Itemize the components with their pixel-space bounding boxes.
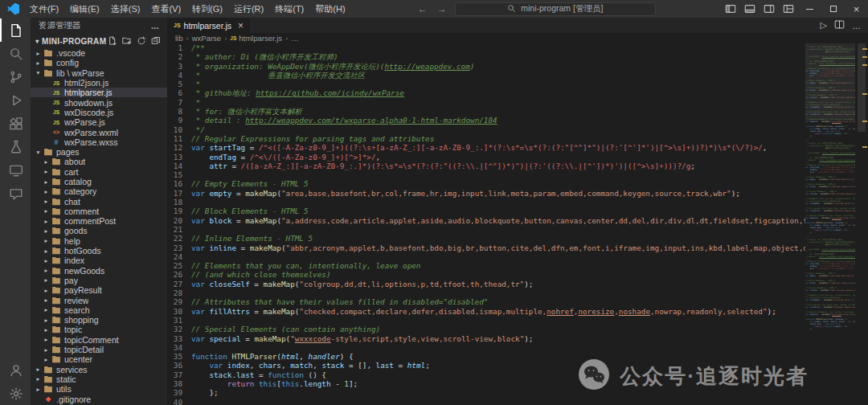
line-number[interactable]: 6 <box>167 88 191 97</box>
chevron-right-icon[interactable]: ▸ <box>42 336 51 343</box>
code-line[interactable]: 13 endTag = /^<\/([-A-Za-z0-9_]+)[^>]*>/… <box>167 153 805 162</box>
menu-e[interactable]: 编辑(E) <box>64 0 105 18</box>
tree-item-comment[interactable]: ▸comment <box>31 207 167 216</box>
activity-search-icon[interactable] <box>0 42 31 65</box>
line-number[interactable]: 2 <box>167 52 191 61</box>
code-line[interactable]: 9 * detail : http://weappdev.com/t/wxpar… <box>167 116 805 125</box>
line-number[interactable]: 13 <box>167 153 191 162</box>
tree-item-help[interactable]: ▸help <box>31 236 167 246</box>
tree-item-wxdiscode-js[interactable]: JSwxDiscode.js <box>31 108 167 117</box>
tree-item-wxparse-js[interactable]: JSwxParse.js <box>31 117 167 127</box>
new-file-icon[interactable] <box>108 36 117 46</box>
code-line[interactable]: 4 * 垂直微信小程序开发交流社区 <box>167 71 805 80</box>
chevron-right-icon[interactable]: ▸ <box>42 267 51 274</box>
code-line[interactable]: 8 * for: 微信小程序富文本解析 <box>167 107 805 116</box>
tree-item-wxparse-wxss[interactable]: #wxParse.wxss <box>31 137 167 147</box>
line-number[interactable]: 8 <box>167 107 191 116</box>
tree-item-ucenter[interactable]: ▸ucenter <box>31 354 167 364</box>
refresh-icon[interactable] <box>137 36 146 46</box>
tree-item-config[interactable]: ▸config <box>31 58 167 68</box>
line-number[interactable]: 11 <box>167 134 191 143</box>
tree-item-newgoods[interactable]: ▸newGoods <box>31 266 167 276</box>
run-icon[interactable]: ▷ <box>821 20 827 31</box>
chevron-right-icon[interactable]: ▸ <box>42 257 51 264</box>
close-tab-icon[interactable]: × <box>238 20 244 31</box>
line-number[interactable]: 26 <box>167 270 191 279</box>
activity-source-control-icon[interactable] <box>0 65 31 88</box>
chevron-right-icon[interactable]: ▸ <box>42 356 51 363</box>
chevron-right-icon[interactable]: ▸ <box>42 168 51 175</box>
code-line[interactable]: 27var closeSelf = makeMap("colgroup,dd,d… <box>167 280 805 288</box>
tab-htmlparser[interactable]: JS htmlparser.js × <box>167 18 250 33</box>
line-number[interactable]: 7 <box>167 98 191 107</box>
line-number[interactable]: 12 <box>167 143 191 152</box>
code-line[interactable]: 10 */ <box>167 125 805 134</box>
line-number[interactable]: 5 <box>167 80 191 88</box>
chevron-right-icon[interactable]: ▸ <box>42 297 51 304</box>
tree-item-html2json-js[interactable]: JShtml2json.js <box>31 78 167 88</box>
activity-testing-icon[interactable] <box>0 135 31 158</box>
chevron-right-icon[interactable]: ▸ <box>42 276 51 284</box>
close-button[interactable]: × <box>845 0 868 18</box>
code-line[interactable]: 26// (and which close themselves) <box>167 270 805 279</box>
code-line[interactable]: 29// Attributes that have their values f… <box>167 297 805 306</box>
menu-t[interactable]: 终端(T) <box>269 0 309 18</box>
code-line[interactable]: 23var inline = makeMap("abbr,acronym,app… <box>167 243 805 252</box>
toggle-primary-sidebar-icon[interactable] <box>721 0 740 18</box>
line-number[interactable]: 1 <box>167 43 191 52</box>
code-line[interactable]: 25// Elements that you can, intentionall… <box>167 261 805 270</box>
line-number[interactable]: 36 <box>167 361 191 370</box>
code-line[interactable]: 14 attr = /([a-zA-Z_:][-a-zA-Z0-9_:.]*)(… <box>167 162 805 170</box>
code-line[interactable]: 19// Block Elements - HTML 5 <box>167 207 805 215</box>
split-editor-icon[interactable] <box>834 19 845 31</box>
code-line[interactable]: 20var block = makeMap("a,address,code,ar… <box>167 216 805 225</box>
line-number[interactable]: 32 <box>167 325 191 333</box>
line-number[interactable]: 29 <box>167 297 191 306</box>
chevron-right-icon[interactable]: ▸ <box>42 227 51 235</box>
tree-item-commentpost[interactable]: ▸commentPost <box>31 216 167 226</box>
code-editor[interactable]: 1/**2 * author: Di (微信小程序开发工程师)3 * organ… <box>167 43 868 405</box>
tree-item-pages[interactable]: ▾pages <box>31 147 167 157</box>
line-number[interactable]: 4 <box>167 71 191 80</box>
line-number[interactable]: 38 <box>167 379 191 388</box>
breadcrumb-item[interactable]: … <box>291 34 299 43</box>
line-number[interactable]: 35 <box>167 352 191 361</box>
tree-item-index[interactable]: ▸index <box>31 256 167 265</box>
menu-f[interactable]: 文件(F) <box>24 0 64 18</box>
menu-h[interactable]: 帮助(H) <box>309 0 350 18</box>
code-line[interactable]: 24 <box>167 252 805 261</box>
tree-item-topiccomment[interactable]: ▸topicComment <box>31 335 167 345</box>
menu-r[interactable]: 运行(R) <box>228 0 269 18</box>
line-number[interactable]: 21 <box>167 225 191 234</box>
tree-item-wxparse-wxml[interactable]: <>wxParse.wxml <box>31 127 167 137</box>
code-line[interactable]: 33var special = makeMap("wxxxcode-style,… <box>167 334 805 343</box>
chevron-right-icon[interactable]: ▸ <box>34 50 43 57</box>
line-number[interactable]: 15 <box>167 170 191 179</box>
minimap-slider[interactable] <box>805 43 855 121</box>
chevron-right-icon[interactable]: ▸ <box>34 386 43 393</box>
chevron-right-icon[interactable]: ▸ <box>34 59 43 67</box>
toggle-panel-icon[interactable] <box>740 0 760 18</box>
new-folder-icon[interactable] <box>122 36 132 46</box>
line-number[interactable]: 39 <box>167 388 191 397</box>
activity-run-debug-icon[interactable] <box>0 88 31 112</box>
menu-g[interactable]: 转到(G) <box>186 0 228 18</box>
code-line[interactable]: 31 <box>167 316 805 325</box>
tree-item-search[interactable]: ▸search <box>31 305 167 315</box>
tree-item-about[interactable]: ▸about <box>31 157 167 166</box>
code-line[interactable]: 6 * github地址: https://github.com/icindy/… <box>167 88 805 97</box>
tree-item-lib-wxparse[interactable]: ▾lib \ wxParse <box>31 68 167 78</box>
more-actions-icon[interactable]: … <box>852 21 861 31</box>
line-number[interactable]: 17 <box>167 189 191 198</box>
code-line[interactable]: 12var startTag = /^<([-A-Za-z0-9_]+)((?:… <box>167 143 805 152</box>
tree-item-catalog[interactable]: ▸catalog <box>31 177 167 186</box>
tree-item-topicdetail[interactable]: ▸topicDetail <box>31 345 167 354</box>
code-line[interactable]: 11// Regular Expressions for parsing tag… <box>167 134 805 143</box>
code-line[interactable]: 32// Special Elements (can contain anyth… <box>167 325 805 333</box>
customize-layout-icon[interactable] <box>779 0 798 18</box>
line-number[interactable]: 27 <box>167 280 191 288</box>
breadcrumb-item[interactable]: lib <box>175 34 183 43</box>
tree-item-cart[interactable]: ▸cart <box>31 167 167 177</box>
code-lines[interactable]: 1/**2 * author: Di (微信小程序开发工程师)3 * organ… <box>167 43 805 405</box>
line-number[interactable]: 3 <box>167 62 191 71</box>
